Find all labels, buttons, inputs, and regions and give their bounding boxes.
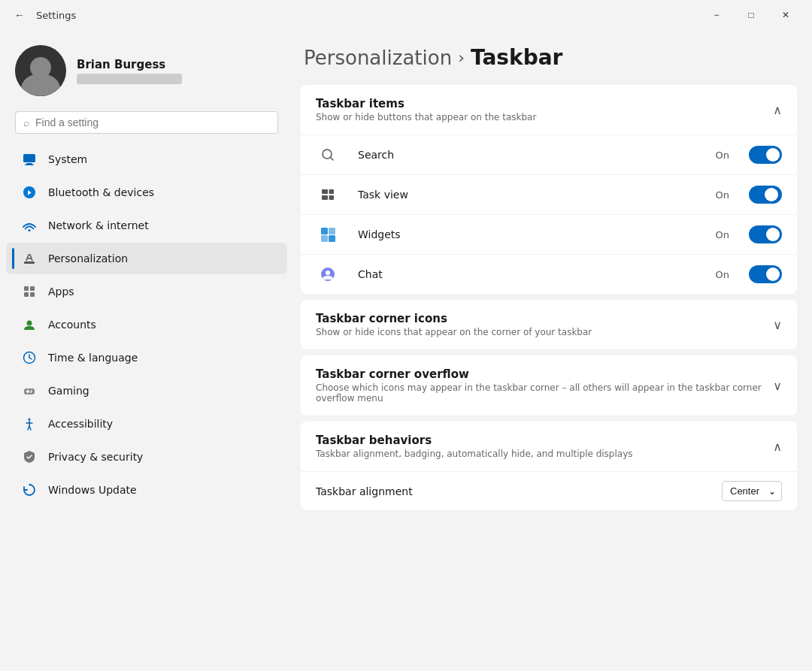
svg-point-20 <box>29 419 31 421</box>
taskbar-behaviors-title: Taskbar behaviors <box>316 434 633 447</box>
back-button[interactable]: ← <box>9 5 30 26</box>
svg-rect-28 <box>321 235 328 242</box>
title-bar: ← Settings − □ ✕ <box>0 0 812 30</box>
svg-rect-25 <box>322 195 328 200</box>
svg-point-11 <box>27 321 32 326</box>
gaming-label: Gaming <box>48 385 89 397</box>
personalization-label: Personalization <box>48 252 128 264</box>
page-header: Personalization › Taskbar <box>301 45 797 70</box>
page-title: Taskbar <box>471 45 562 70</box>
privacy-icon <box>21 449 38 465</box>
svg-rect-8 <box>30 286 35 291</box>
system-label: System <box>48 153 87 165</box>
breadcrumb[interactable]: Personalization <box>304 47 452 69</box>
svg-rect-23 <box>322 189 328 194</box>
chat-toggle[interactable] <box>749 265 782 283</box>
search-container: ⌕ <box>0 111 293 143</box>
search-box[interactable]: ⌕ <box>15 111 278 134</box>
taskbar-items-card: Taskbar items Show or hide buttons that … <box>301 85 797 294</box>
nav-network[interactable]: Network & internet <box>6 210 287 241</box>
nav-privacy[interactable]: Privacy & security <box>6 441 287 473</box>
widgets-setting-label: Widgets <box>358 228 704 240</box>
network-label: Network & internet <box>48 219 149 231</box>
svg-point-4 <box>29 229 31 231</box>
nav-accounts[interactable]: Accounts <box>6 309 287 340</box>
widgets-setting-row: Widgets On <box>301 214 797 254</box>
svg-point-32 <box>326 271 330 275</box>
user-email <box>77 74 182 84</box>
taskbar-alignment-select[interactable]: Center Left <box>722 481 782 501</box>
taskbar-corner-icons-card: Taskbar corner icons Show or hide icons … <box>301 300 797 349</box>
user-info: Brian Burgess <box>77 58 278 84</box>
taskbar-items-subtitle: Show or hide buttons that appear on the … <box>316 112 536 122</box>
taskbar-items-chevron: ∧ <box>773 103 782 117</box>
nav-update[interactable]: Windows Update <box>6 474 287 506</box>
nav-system[interactable]: System <box>6 144 287 175</box>
svg-point-18 <box>31 390 32 391</box>
maximize-button[interactable]: □ <box>734 3 768 27</box>
user-profile[interactable]: Brian Burgess <box>0 30 293 111</box>
apps-label: Apps <box>48 286 74 298</box>
minimize-button[interactable]: − <box>699 3 734 27</box>
app-title: Settings <box>36 10 693 21</box>
taskbar-items-header[interactable]: Taskbar items Show or hide buttons that … <box>301 85 797 135</box>
nav-gaming[interactable]: Gaming <box>6 375 287 407</box>
taskbar-behaviors-subtitle: Taskbar alignment, badging, automaticall… <box>316 449 633 459</box>
chat-setting-row: Chat On <box>301 254 797 294</box>
taskbar-corner-overflow-header[interactable]: Taskbar corner overflow Choose which ico… <box>301 355 797 416</box>
app-body: Brian Burgess ⌕ System <box>0 30 812 671</box>
taskbar-corner-icons-chevron: ∨ <box>773 318 782 332</box>
search-input[interactable] <box>35 116 270 128</box>
accessibility-icon <box>21 416 38 432</box>
personalization-icon <box>21 250 38 267</box>
nav-accessibility[interactable]: Accessibility <box>6 408 287 440</box>
nav-bluetooth[interactable]: Bluetooth & devices <box>6 177 287 208</box>
nav-personalization[interactable]: Personalization <box>6 243 287 274</box>
taskview-setting-label: Task view <box>358 189 704 201</box>
close-button[interactable]: ✕ <box>768 3 803 27</box>
taskbar-corner-icons-subtitle: Show or hide icons that appear on the co… <box>316 327 592 337</box>
update-icon <box>21 482 38 498</box>
taskview-setting-icon <box>319 186 337 204</box>
search-setting-row: Search On <box>301 135 797 174</box>
taskbar-corner-overflow-subtitle: Choose which icons may appear in the tas… <box>316 382 773 404</box>
bluetooth-icon <box>21 184 38 201</box>
window-controls: − □ ✕ <box>699 3 803 27</box>
widgets-toggle[interactable] <box>749 225 782 243</box>
nav-time[interactable]: Time & language <box>6 342 287 373</box>
apps-icon <box>21 283 38 300</box>
svg-rect-5 <box>24 261 35 264</box>
nav-apps[interactable]: Apps <box>6 276 287 307</box>
taskbar-corner-icons-header[interactable]: Taskbar corner icons Show or hide icons … <box>301 300 797 349</box>
taskbar-corner-overflow-title: Taskbar corner overflow <box>316 367 773 381</box>
time-label: Time & language <box>48 352 138 364</box>
svg-rect-10 <box>30 292 35 297</box>
taskbar-behaviors-header[interactable]: Taskbar behaviors Taskbar alignment, bad… <box>301 422 797 471</box>
search-toggle[interactable] <box>749 146 782 164</box>
accounts-icon <box>21 316 38 333</box>
widgets-setting-icon <box>319 225 337 243</box>
search-setting-icon <box>319 146 337 164</box>
search-icon: ⌕ <box>23 116 29 128</box>
widgets-setting-status: On <box>716 229 729 240</box>
privacy-label: Privacy & security <box>48 451 143 463</box>
svg-rect-29 <box>329 228 335 234</box>
bluetooth-label: Bluetooth & devices <box>48 186 154 198</box>
accounts-label: Accounts <box>48 319 96 331</box>
taskbar-alignment-select-wrapper: Center Left <box>722 481 782 501</box>
taskview-setting-row: Task view On <box>301 174 797 214</box>
svg-rect-26 <box>329 195 335 200</box>
taskview-toggle[interactable] <box>749 186 782 204</box>
taskbar-alignment-row: Taskbar alignment Center Left <box>301 471 797 510</box>
chat-setting-label: Chat <box>358 268 704 280</box>
chat-setting-status: On <box>716 269 729 280</box>
taskbar-corner-icons-title: Taskbar corner icons <box>316 312 592 325</box>
taskbar-corner-overflow-chevron: ∨ <box>773 379 782 393</box>
svg-rect-2 <box>25 165 34 166</box>
gaming-icon <box>21 382 38 399</box>
taskbar-behaviors-card: Taskbar behaviors Taskbar alignment, bad… <box>301 422 797 510</box>
network-icon <box>21 217 38 234</box>
system-icon <box>21 151 38 168</box>
avatar <box>15 45 66 96</box>
taskbar-behaviors-chevron: ∧ <box>773 440 782 454</box>
